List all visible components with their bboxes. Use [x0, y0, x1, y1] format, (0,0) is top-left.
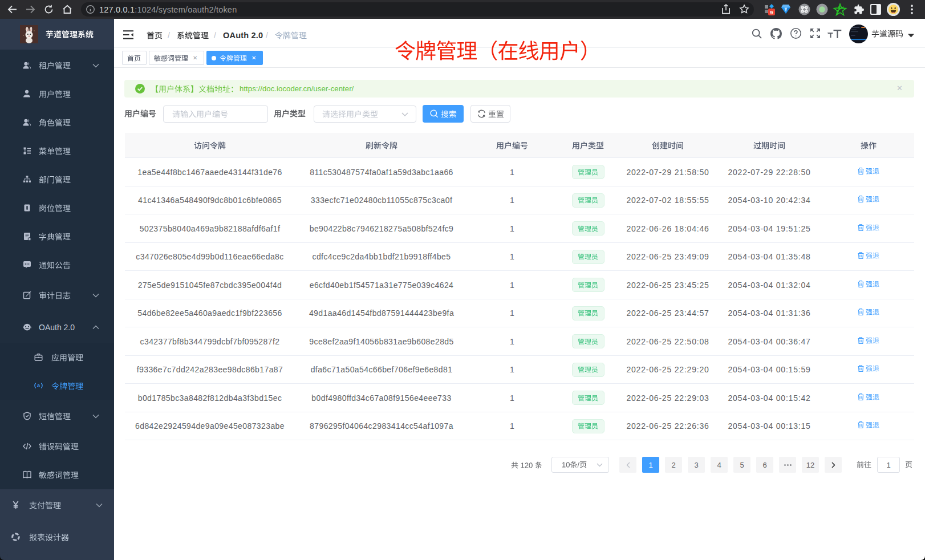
svg-text:a: a	[37, 383, 40, 388]
svg-text:9: 9	[770, 9, 773, 15]
